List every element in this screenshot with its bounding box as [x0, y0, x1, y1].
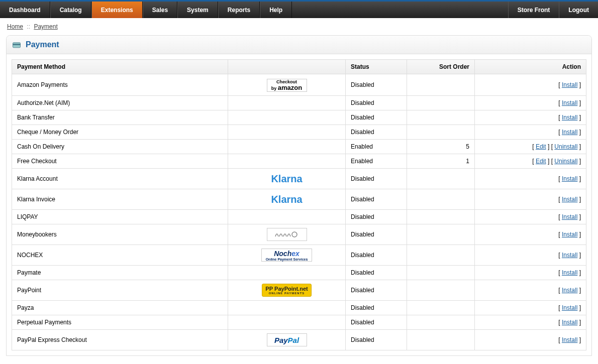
install-link[interactable]: Install: [562, 81, 577, 88]
table-row: Cash On DeliveryEnabled5[ Edit ] [ Unins…: [12, 140, 586, 154]
cell-status: Disabled: [346, 125, 407, 140]
table-row: Free CheckoutEnabled1[ Edit ] [ Uninstal…: [12, 154, 586, 169]
nav-item-system[interactable]: System: [177, 2, 218, 18]
cell-method: Authorize.Net (AIM): [12, 96, 228, 110]
nav-item-catalog[interactable]: Catalog: [50, 2, 91, 18]
table-row: LIQPAYDisabled[ Install ]: [12, 210, 586, 224]
cell-method: Cheque / Money Order: [12, 125, 228, 140]
nochex-logo: NochexOnline Payment Services: [261, 249, 313, 262]
install-link[interactable]: Install: [562, 213, 577, 220]
cell-sort-order: [407, 110, 475, 125]
install-link[interactable]: Install: [562, 114, 577, 121]
panel-header: Payment: [7, 36, 591, 54]
cell-status: Disabled: [346, 224, 407, 245]
cell-action: [ Install ]: [475, 224, 586, 245]
cell-method: LIQPAY: [12, 210, 228, 224]
uninstall-link[interactable]: Uninstall: [554, 143, 577, 150]
table-row: Authorize.Net (AIM)Disabled[ Install ]: [12, 96, 586, 110]
cell-status: Disabled: [346, 280, 407, 301]
cell-action: [ Install ]: [475, 315, 586, 330]
cell-logo: PP PayPoint.netONLINE PAYMENTS: [228, 280, 346, 301]
cell-sort-order: [407, 169, 475, 189]
cell-action: [ Edit ] [ Uninstall ]: [475, 140, 586, 154]
table-row: Bank TransferDisabled[ Install ]: [12, 110, 586, 125]
install-link[interactable]: Install: [562, 196, 577, 203]
klarna-logo: Klarna: [267, 172, 307, 185]
cell-logo: [228, 125, 346, 140]
install-link[interactable]: Install: [562, 231, 577, 238]
cell-method: Perpetual Payments: [12, 315, 228, 330]
nav-right: Store FrontLogout: [508, 2, 598, 18]
table-row: PayPointPP PayPoint.netONLINE PAYMENTSDi…: [12, 280, 586, 301]
breadcrumb-current[interactable]: Payment: [34, 23, 57, 30]
cell-status: Disabled: [346, 110, 407, 125]
klarna-logo: Klarna: [267, 193, 307, 206]
table-row: PayPal Express CheckoutPayPalDisabled[ I…: [12, 330, 586, 350]
cell-sort-order: [407, 301, 475, 315]
table-body: Amazon PaymentsCheckoutby amazonDisabled…: [12, 74, 586, 350]
cell-method: Klarna Invoice: [12, 189, 228, 210]
cell-sort-order: [407, 224, 475, 245]
nav-item-logout[interactable]: Logout: [559, 2, 598, 18]
nav-item-store-front[interactable]: Store Front: [508, 2, 559, 18]
cell-action: [ Install ]: [475, 96, 586, 110]
cell-logo: Klarna: [228, 169, 346, 189]
cell-status: Disabled: [346, 330, 407, 350]
install-link[interactable]: Install: [562, 336, 577, 343]
paypal-logo: PayPal: [267, 333, 307, 346]
nav-item-sales[interactable]: Sales: [143, 2, 177, 18]
cell-logo: [228, 224, 346, 245]
cell-action: [ Install ]: [475, 189, 586, 210]
uninstall-link[interactable]: Uninstall: [554, 158, 577, 165]
cell-sort-order: [407, 245, 475, 266]
svg-rect-1: [13, 44, 21, 45]
cell-action: [ Install ]: [475, 125, 586, 140]
cell-logo: [228, 140, 346, 154]
cell-logo: [228, 266, 346, 280]
breadcrumb: Home :: Payment: [0, 18, 598, 35]
table-row: Cheque / Money OrderDisabled[ Install ]: [12, 125, 586, 140]
cell-sort-order: [407, 315, 475, 330]
cell-sort-order: [407, 330, 475, 350]
install-link[interactable]: Install: [562, 319, 577, 326]
top-nav: DashboardCatalogExtensionsSalesSystemRep…: [0, 0, 598, 18]
install-link[interactable]: Install: [562, 287, 577, 294]
th-action: Action: [475, 60, 586, 74]
cell-action: [ Install ]: [475, 280, 586, 301]
install-link[interactable]: Install: [562, 304, 577, 311]
edit-link[interactable]: Edit: [536, 158, 546, 165]
payment-panel: Payment Payment Method Status Sort Order…: [6, 35, 592, 356]
table-row: PayzaDisabled[ Install ]: [12, 301, 586, 315]
nav-item-reports[interactable]: Reports: [218, 2, 260, 18]
install-link[interactable]: Install: [562, 99, 577, 106]
cell-status: Disabled: [346, 266, 407, 280]
install-link[interactable]: Install: [562, 175, 577, 182]
cell-status: Enabled: [346, 140, 407, 154]
panel-body: Payment Method Status Sort Order Action …: [7, 54, 591, 355]
nav-item-extensions[interactable]: Extensions: [91, 2, 143, 18]
install-link[interactable]: Install: [562, 252, 577, 259]
install-link[interactable]: Install: [562, 129, 577, 136]
breadcrumb-home[interactable]: Home: [7, 23, 23, 30]
cell-action: [ Install ]: [475, 74, 586, 96]
cell-action: [ Install ]: [475, 210, 586, 224]
svg-rect-0: [13, 43, 21, 48]
cell-method: Moneybookers: [12, 224, 228, 245]
cell-status: Disabled: [346, 169, 407, 189]
payment-table: Payment Method Status Sort Order Action …: [12, 59, 586, 350]
table-row: Klarna AccountKlarnaDisabled[ Install ]: [12, 169, 586, 189]
cell-logo: Klarna: [228, 189, 346, 210]
cell-method: PayPoint: [12, 280, 228, 301]
install-link[interactable]: Install: [562, 269, 577, 276]
nav-item-help[interactable]: Help: [260, 2, 292, 18]
cell-sort-order: [407, 210, 475, 224]
th-status: Status: [346, 60, 407, 74]
cell-status: Disabled: [346, 189, 407, 210]
cell-logo: NochexOnline Payment Services: [228, 245, 346, 266]
cell-sort-order: [407, 189, 475, 210]
nav-item-dashboard[interactable]: Dashboard: [0, 2, 50, 18]
edit-link[interactable]: Edit: [536, 143, 546, 150]
cell-action: [ Install ]: [475, 301, 586, 315]
cell-logo: Checkoutby amazon: [228, 74, 346, 96]
cell-status: Disabled: [346, 210, 407, 224]
